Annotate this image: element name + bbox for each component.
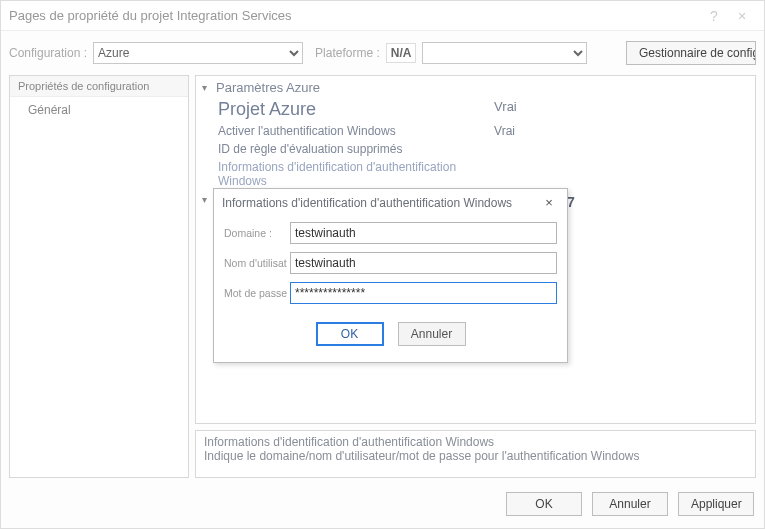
description-panel: Informations d'identification d'authenti… [195, 430, 756, 478]
prop-value: Vrai [494, 124, 749, 138]
password-label: Mot de passe : [224, 287, 290, 299]
row-winauth-credentials[interactable]: Informations d'identification d'authenti… [196, 158, 755, 190]
config-manager-button[interactable]: Gestionnaire de configuration... [626, 41, 756, 65]
username-input[interactable] [290, 252, 557, 274]
sidebar-header: Propriétés de configuration [10, 76, 188, 97]
modal-titlebar: Informations d'identification d'authenti… [214, 189, 567, 218]
truncated-text: 7 [567, 194, 575, 210]
close-icon[interactable]: × [728, 8, 756, 24]
platform-label: Plateforme : [315, 46, 380, 60]
platform-select[interactable] [422, 42, 587, 64]
help-icon[interactable]: ? [700, 8, 728, 24]
group-azure-params[interactable]: ▾ Paramètres Azure [196, 78, 755, 97]
modal-ok-button[interactable]: OK [316, 322, 384, 346]
sidebar: Propriétés de configuration Général [9, 75, 189, 478]
platform-value: N/A [386, 43, 417, 63]
domain-label: Domaine : [224, 227, 290, 239]
prop-value: Vrai [494, 99, 749, 120]
username-label: Nom d'utilisat [224, 257, 290, 269]
password-input[interactable] [290, 282, 557, 304]
dialog-footer: OK Annuler Appliquer [1, 482, 764, 528]
config-label: Configuration : [9, 46, 87, 60]
cancel-button[interactable]: Annuler [592, 492, 668, 516]
ok-button[interactable]: OK [506, 492, 582, 516]
window-title: Pages de propriété du projet Integration… [9, 8, 700, 23]
row-enable-winauth[interactable]: Activer l'authentification Windows Vrai [196, 122, 755, 140]
config-select[interactable]: Azure [93, 42, 303, 64]
prop-value [494, 142, 749, 156]
row-azure-project[interactable]: Projet Azure Vrai [196, 97, 755, 122]
row-suppressed-rule-ids[interactable]: ID de règle d'évaluation supprimés [196, 140, 755, 158]
prop-value [494, 160, 749, 188]
sidebar-item-general[interactable]: Général [10, 97, 188, 123]
winauth-credentials-dialog: Informations d'identification d'authenti… [213, 188, 568, 363]
prop-key: ID de règle d'évaluation supprimés [218, 142, 494, 156]
description-body: Indique le domaine/nom d'utilisateur/mot… [204, 449, 747, 463]
field-domain: Domaine : [214, 218, 567, 248]
domain-input[interactable] [290, 222, 557, 244]
field-password: Mot de passe : [214, 278, 567, 308]
config-toolbar: Configuration : Azure Plateforme : N/A G… [1, 31, 764, 75]
modal-title-text: Informations d'identification d'authenti… [222, 196, 539, 210]
prop-key: Informations d'identification d'authenti… [218, 160, 494, 188]
close-icon[interactable]: × [539, 195, 559, 210]
apply-button[interactable]: Appliquer [678, 492, 754, 516]
field-username: Nom d'utilisat [214, 248, 567, 278]
prop-key: Projet Azure [218, 99, 494, 120]
modal-cancel-button[interactable]: Annuler [398, 322, 466, 346]
chevron-down-icon: ▾ [202, 82, 216, 93]
prop-key: Activer l'authentification Windows [218, 124, 494, 138]
description-title: Informations d'identification d'authenti… [204, 435, 747, 449]
titlebar: Pages de propriété du projet Integration… [1, 1, 764, 31]
group-label: Paramètres Azure [216, 80, 320, 95]
modal-button-row: OK Annuler [214, 308, 567, 362]
